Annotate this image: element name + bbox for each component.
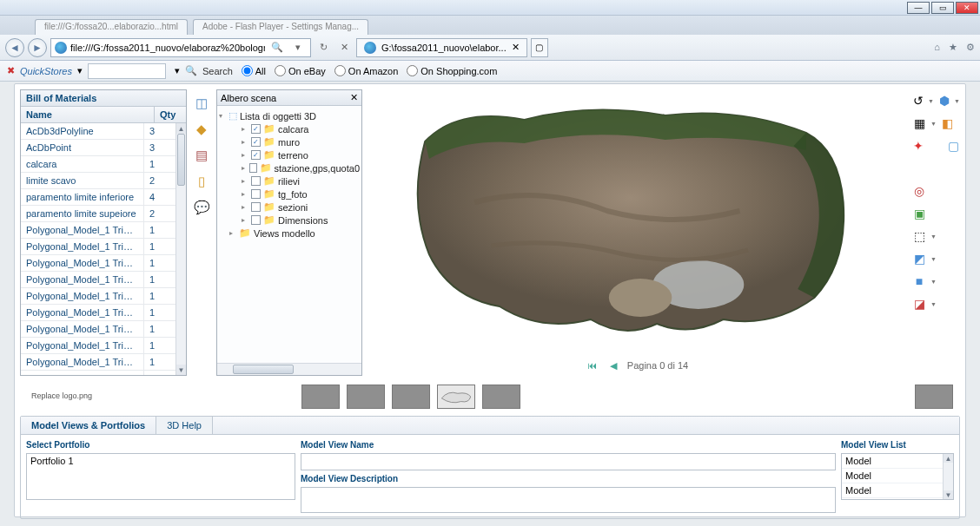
select-box-icon[interactable]: ⬚ — [911, 228, 927, 244]
browser-tab[interactable]: G:\fossa2011_nuovo\elabor... ✕ — [356, 38, 527, 57]
thumbnail[interactable] — [915, 385, 953, 409]
mv-list-scrollbar[interactable]: ▲▼ — [943, 454, 953, 499]
new-tab-button[interactable]: ▢ — [531, 38, 548, 57]
book-icon[interactable]: ▤ — [193, 147, 210, 164]
grid-icon[interactable]: ▦ — [911, 115, 927, 131]
table-row[interactable]: Polygonal_Model_1 Triangles_131 — [21, 288, 175, 305]
box-orange-icon[interactable]: ◧ — [940, 115, 956, 131]
target-icon[interactable]: ◎ — [911, 183, 927, 199]
table-row[interactable]: AcDb3dPolyline3 — [21, 123, 175, 140]
table-row[interactable]: Polygonal_Model_1 Triangles_11 — [21, 222, 175, 239]
search-icon[interactable]: 🔍 — [185, 65, 197, 76]
thumbnail[interactable] — [482, 385, 520, 409]
scene-tree-panel: Albero scena ✕ ▾⬚ Lista di oggetti 3D ▸✓… — [216, 89, 362, 376]
tab-close-icon[interactable]: ✕ — [512, 42, 520, 53]
table-row[interactable]: Polygonal_Model_1 Triangles_121 — [21, 272, 175, 288]
table-row[interactable]: Polygonal_Model_1 Triangles_111 — [21, 255, 175, 272]
tree-item[interactable]: ▸📁Dimensions — [219, 214, 360, 227]
chevron-down-icon[interactable]: ▾ — [77, 65, 83, 76]
thumbnail[interactable] — [392, 385, 430, 409]
thumbnail-selected[interactable] — [437, 385, 475, 409]
favorites-icon[interactable]: ★ — [949, 42, 957, 53]
quickstores-dropdown[interactable] — [88, 63, 166, 79]
panel-close-icon[interactable]: ✕ — [350, 92, 358, 103]
table-row[interactable]: Polygonal_Model_1 Triangles_151 — [21, 321, 175, 338]
thumbnail[interactable] — [301, 385, 340, 409]
tab-3d-help[interactable]: 3D Help — [156, 417, 213, 434]
tools-gear-icon[interactable]: ⚙ — [966, 42, 975, 53]
mv-desc-input[interactable] — [301, 487, 836, 513]
page-prev-icon[interactable]: ◀ — [606, 358, 620, 372]
table-row[interactable]: paramento limite inferiore4 — [21, 189, 175, 206]
window-tab[interactable]: Adobe - Flash Player - Settings Manag... — [193, 19, 368, 35]
radio-ebay[interactable]: On eBay — [275, 65, 326, 76]
table-row[interactable]: limite scavo2 — [21, 173, 175, 189]
photo-icon[interactable]: ▣ — [911, 206, 927, 221]
cube-solid-icon[interactable]: ■ — [911, 273, 927, 289]
axes-icon[interactable]: ✦ — [911, 138, 925, 154]
table-row[interactable]: AcDbPoint3 — [21, 140, 175, 156]
bom-scrollbar[interactable]: ▲ ▼ — [175, 123, 186, 375]
list-item[interactable]: Model — [842, 454, 953, 469]
portfolio-select[interactable]: Portfolio 1 — [26, 453, 295, 500]
radio-all[interactable]: All — [242, 65, 266, 76]
window-close-button[interactable]: ✕ — [956, 2, 978, 14]
list-item[interactable]: Model — [842, 483, 953, 498]
forward-button[interactable]: ► — [28, 38, 47, 57]
tree-item[interactable]: ▸📁sezioni — [219, 201, 360, 214]
scroll-down-icon[interactable]: ▼ — [176, 365, 186, 375]
cube-red-icon[interactable]: ◪ — [911, 296, 927, 312]
bom-col-name[interactable]: Name — [21, 107, 155, 122]
cube-icon[interactable]: ⬢ — [937, 93, 950, 108]
tree-item[interactable]: ▸✓📁terreno — [219, 148, 360, 161]
stop-button[interactable]: ✕ — [335, 39, 353, 56]
tree-h-scrollbar[interactable] — [217, 363, 361, 375]
comment-icon[interactable]: 💬 — [193, 199, 210, 216]
thumbnail[interactable] — [347, 385, 385, 409]
tree-item[interactable]: ▸📁rilievi — [219, 174, 360, 187]
home-icon[interactable]: ⌂ — [934, 42, 940, 53]
page-first-icon[interactable]: ⏮ — [586, 358, 599, 372]
cube-outline-icon[interactable]: ◫ — [193, 95, 210, 112]
table-row[interactable]: calcara1 — [21, 156, 175, 173]
scroll-up-icon[interactable]: ▲ — [176, 123, 186, 134]
table-row[interactable]: Polygonal_Model_1 Triangles_21 — [21, 354, 175, 371]
window-tab[interactable]: file:///G:/fossa20...elaborazio...html — [35, 19, 188, 35]
address-bar[interactable]: 🔍 ▾ — [50, 38, 311, 57]
window-minimize-button[interactable]: — — [907, 2, 930, 14]
scroll-thumb[interactable] — [233, 365, 294, 374]
search-dropdown-icon[interactable]: 🔍 — [268, 39, 286, 56]
list-item[interactable]: Model — [842, 469, 953, 483]
scroll-thumb[interactable] — [177, 134, 185, 186]
refresh-button[interactable]: ↻ — [315, 39, 332, 56]
layers-icon[interactable]: ◆ — [193, 121, 210, 138]
mv-name-input[interactable] — [301, 453, 836, 470]
mv-list[interactable]: Model Model Model ▲▼ — [841, 453, 954, 500]
folder-icon[interactable]: ▯ — [193, 173, 210, 190]
rotate-icon[interactable]: ↺ — [911, 93, 924, 108]
tree-item[interactable]: ▸📁tg_foto — [219, 187, 360, 201]
tree-item[interactable]: ▸✓📁calcara — [219, 122, 360, 135]
tree-views[interactable]: ▸📁 Views modello — [219, 227, 360, 240]
back-button[interactable]: ◄ — [5, 38, 24, 57]
right-tool-column: ↺▼ ⬢▼ ▦▼ ◧ ✦ ▢ ◎ ▣ ⬚▼ ◩▼ ■▼ ◪▼ — [911, 89, 960, 376]
3d-viewport[interactable]: ⏮ ◀ Pagina 0 di 14 — [366, 89, 908, 376]
table-row[interactable]: Polygonal_Model_1 Triangles_101 — [21, 239, 175, 255]
address-input[interactable] — [70, 43, 265, 53]
table-row[interactable]: paramento limite supeiore2 — [21, 206, 175, 222]
tree-item[interactable]: ▸📁stazione,gps,quota0 — [219, 161, 360, 174]
tab-model-views[interactable]: Model Views & Portfolios — [21, 417, 156, 434]
panel-icon[interactable]: ▢ — [946, 138, 960, 154]
table-row[interactable]: Polygonal_Model_1 Triangles_141 — [21, 305, 175, 321]
tree-item[interactable]: ▸✓📁muro — [219, 135, 360, 148]
dropdown-icon[interactable]: ▾ — [289, 39, 307, 56]
window-maximize-button[interactable]: ▭ — [931, 2, 954, 14]
radio-amazon[interactable]: On Amazon — [334, 65, 398, 76]
tree-root[interactable]: ▾⬚ Lista di oggetti 3D — [219, 109, 360, 122]
close-toolbar-icon[interactable]: ✖ — [7, 65, 15, 76]
table-row[interactable]: Polygonal_Model_1 Triangles_161 — [21, 338, 175, 354]
cube-wire-icon[interactable]: ◩ — [911, 251, 927, 266]
bom-col-qty[interactable]: Qty — [155, 107, 186, 122]
table-row[interactable]: Polygonal_Model_1 Triangles_31 — [21, 371, 175, 375]
radio-shopping[interactable]: On Shopping.com — [407, 65, 497, 76]
